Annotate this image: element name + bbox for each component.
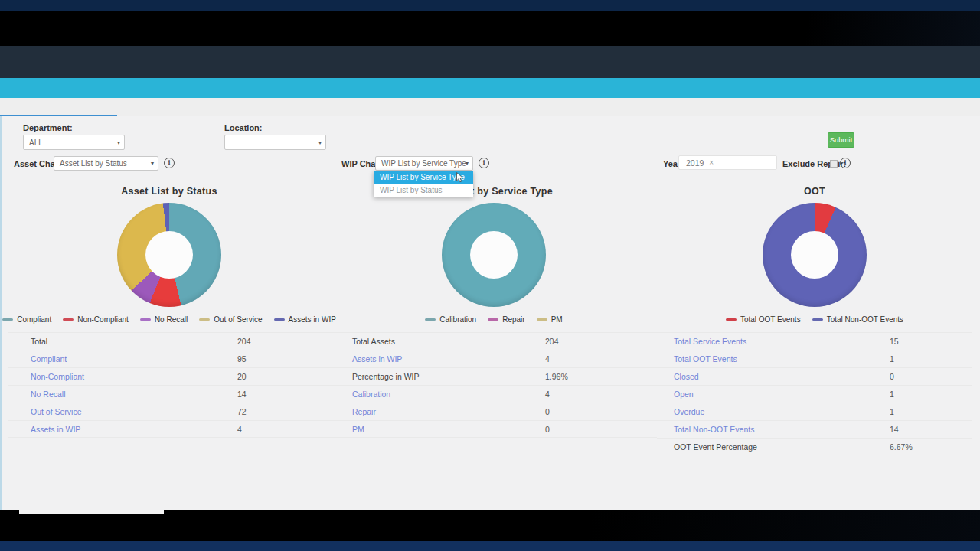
table-row-link[interactable]: PM (352, 421, 364, 438)
table-row-link[interactable]: Non-Compliant (31, 368, 84, 385)
table-row-value: 1 (890, 386, 894, 403)
legend-label: Non-Compliant (77, 315, 129, 324)
tab-bar: Dashboards CMA Dashboards iHelp Export t… (0, 98, 980, 116)
year-input[interactable]: 2019 × (678, 155, 777, 170)
asset-chart-info-icon[interactable]: i (164, 158, 175, 168)
table-row-value: 20 (237, 368, 247, 385)
table-row: Compliant95 (8, 350, 331, 367)
breadcrumb: Home / Dashboard (0, 78, 980, 98)
table-row-value: 0 (890, 368, 894, 385)
table-row-link[interactable]: Total Service Events (674, 333, 746, 350)
legend-label: Compliant (17, 315, 51, 324)
table-row-value: 204 (545, 333, 559, 350)
progress-bar[interactable] (19, 510, 164, 514)
table-row-link[interactable]: Open (674, 386, 694, 403)
legend-item[interactable]: Assets in WIP (274, 315, 336, 324)
chart-table: Total204Compliant95Non-Compliant20No Rec… (8, 332, 331, 438)
table-row: OOT Event Percentage6.67% (657, 438, 972, 455)
table-row-label: Total Assets (352, 333, 395, 350)
wip-service-type-chart-panel: WIP List by Service Type CalibrationRepa… (331, 182, 657, 504)
wip-chart-dropdown-menu: WIP List by Service Type WIP List by Sta… (374, 171, 473, 197)
table-row: Percentage in WIP1.96% (331, 367, 657, 385)
table-row-link[interactable]: Out of Service (31, 403, 82, 420)
submit-button[interactable]: Submit (828, 132, 854, 148)
year-clear-icon[interactable]: × (709, 158, 714, 167)
legend-label: PM (551, 315, 563, 324)
table-row: Calibration4 (331, 385, 657, 403)
table-row: Total Service Events15 (657, 332, 972, 350)
table-row-link[interactable]: Compliant (31, 350, 67, 367)
dropdown-option-wip-status[interactable]: WIP List by Status (374, 184, 473, 197)
table-row-value: 4 (545, 386, 550, 403)
legend-item[interactable]: Non-Compliant (63, 315, 129, 324)
table-row: Total Assets204 (331, 332, 657, 350)
legend-label: Out of Service (214, 315, 262, 324)
table-row-link[interactable]: Calibration (352, 386, 390, 403)
department-select[interactable]: ALL▾ (23, 135, 125, 150)
chart-title: Asset List by Status (8, 186, 331, 197)
legend-item[interactable]: Repair (488, 315, 524, 324)
legend-item[interactable]: PM (537, 315, 563, 324)
table-row-link[interactable]: No Recall (31, 386, 66, 403)
table-row-value: 4 (237, 421, 242, 438)
legend-item[interactable]: Compliant (2, 315, 51, 324)
table-row-value: 15 (890, 333, 899, 350)
main-navbar: Account▾ Views▾ Notifications/News▾ Requ… (0, 46, 980, 78)
asset-chart-select[interactable]: Asset List by Status▾ (54, 156, 158, 171)
legend-item[interactable]: Total OOT Events (726, 315, 801, 324)
left-edge-strip (0, 116, 2, 510)
chart-legend: CalibrationRepairPM (331, 315, 657, 324)
table-row: Total204 (8, 332, 331, 350)
chevron-down-icon: ▾ (151, 160, 154, 167)
chevron-down-icon: ▾ (466, 160, 469, 167)
legend-swatch-icon (537, 318, 547, 321)
table-row: Assets in WIP4 (331, 350, 657, 367)
legend-swatch-icon (488, 318, 498, 321)
table-row-value: 0 (545, 421, 550, 438)
chart-table: Total Service Events15Total OOT Events1C… (657, 332, 972, 455)
table-row-value: 95 (237, 350, 247, 367)
legend-label: Assets in WIP (289, 315, 336, 324)
legend-item[interactable]: Calibration (425, 315, 476, 324)
legend-item[interactable]: Out of Service (199, 315, 262, 324)
table-row-link[interactable]: Total OOT Events (674, 350, 737, 367)
letterbox-top-black (0, 11, 980, 46)
asset-status-chart-panel: Asset List by Status CompliantNon-Compli… (8, 182, 331, 504)
legend-swatch-icon (63, 318, 74, 321)
donut-hole (470, 231, 518, 279)
table-row-value: 0 (545, 403, 550, 420)
table-row-link[interactable]: Total Non-OOT Events (674, 421, 754, 438)
table-row-link[interactable]: Closed (674, 368, 699, 385)
legend-label: Calibration (439, 315, 476, 324)
exclude-repair-info-icon[interactable]: i (840, 158, 851, 168)
table-row-link[interactable]: Assets in WIP (31, 421, 80, 438)
table-row: PM0 (331, 420, 657, 438)
table-row-value: 1 (890, 403, 894, 420)
legend-item[interactable]: No Recall (140, 315, 188, 324)
table-row: Out of Service72 (8, 403, 331, 420)
letterbox-top-navy (0, 0, 980, 11)
letterbox-bottom-black (0, 510, 980, 541)
table-row-link[interactable]: Assets in WIP (352, 350, 402, 367)
oot-chart-panel: OOT Total OOT EventsTotal Non-OOT Events… (657, 182, 972, 504)
legend-item[interactable]: Total Non-OOT Events (812, 315, 903, 324)
wip-chart-info-icon[interactable]: i (479, 158, 489, 168)
table-row: Total Non-OOT Events14 (657, 420, 972, 438)
legend-swatch-icon (425, 318, 436, 321)
wip-chart-select[interactable]: WIP List by Service Type▾ (375, 156, 473, 171)
table-row-link[interactable]: Repair (352, 403, 376, 420)
table-row-label: Total (31, 333, 47, 350)
dropdown-option-wip-service-type[interactable]: WIP List by Service Type (374, 171, 473, 184)
location-select[interactable]: ▾ (224, 135, 326, 150)
exclude-repair-checkbox[interactable] (830, 160, 838, 168)
table-row-value: 14 (890, 421, 899, 438)
legend-swatch-icon (812, 318, 823, 321)
table-row-label: Percentage in WIP (352, 368, 420, 385)
legend-label: Repair (502, 315, 524, 324)
table-row: Total OOT Events1 (657, 350, 972, 367)
table-row-link[interactable]: Overdue (674, 403, 704, 420)
table-row: Closed0 (657, 367, 972, 385)
chart-legend: CompliantNon-CompliantNo RecallOut of Se… (8, 315, 331, 324)
table-row-value: 14 (237, 386, 247, 403)
table-row-value: 72 (237, 403, 247, 420)
